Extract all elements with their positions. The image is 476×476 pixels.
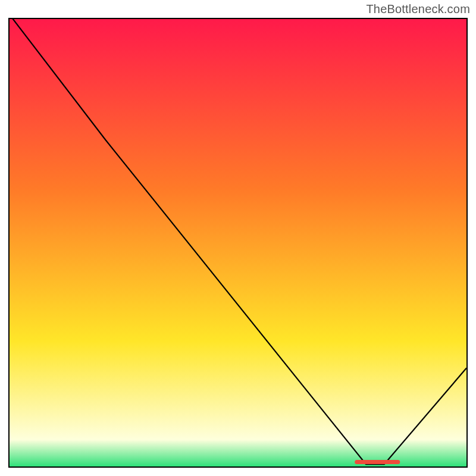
watermark-text: TheBottleneck.com xyxy=(366,2,470,16)
chart-svg xyxy=(10,19,466,466)
chart-container xyxy=(8,18,468,468)
gradient-background xyxy=(10,19,466,466)
